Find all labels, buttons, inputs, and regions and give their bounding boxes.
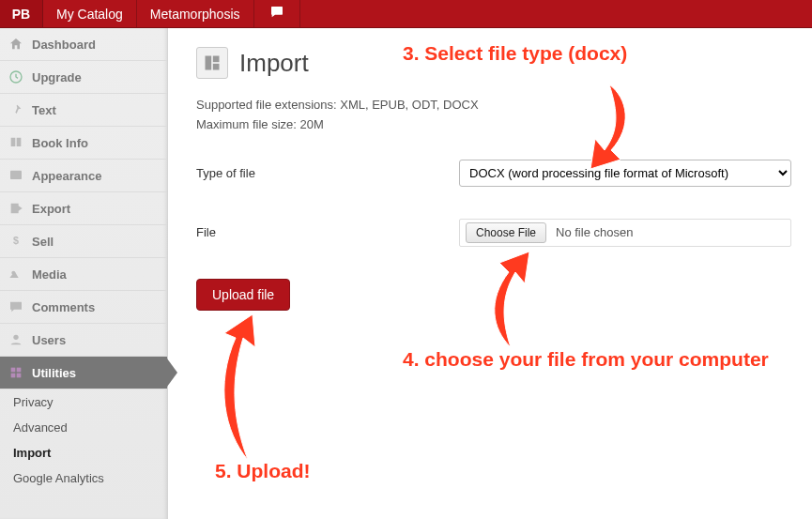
sidebar-label: Users — [32, 333, 66, 347]
sidebar-item-sell[interactable]: $ Sell — [0, 225, 167, 258]
sidebar-sub-google-analytics[interactable]: Google Analytics — [0, 466, 167, 491]
sidebar-label: Text — [32, 103, 56, 117]
book-icon — [8, 134, 24, 151]
sidebar-item-appearance[interactable]: Appearance — [0, 160, 167, 192]
sidebar: Dashboard Upgrade Text Book Info Appeara… — [0, 28, 168, 519]
sidebar-item-upgrade[interactable]: Upgrade — [0, 61, 167, 94]
upload-file-button[interactable]: Upload file — [196, 279, 290, 311]
user-icon — [8, 331, 24, 348]
annotation-5-arrow-icon — [210, 310, 276, 463]
sidebar-label: Export — [32, 202, 70, 216]
brand-logo[interactable]: PB — [0, 0, 43, 27]
type-row: Type of file DOCX (word processing file … — [196, 160, 791, 187]
annotation-4: 4. choose your file from your computer — [403, 347, 769, 371]
file-status-text: No file chosen — [556, 225, 633, 239]
import-page-icon — [196, 47, 228, 79]
topnav-comments[interactable] — [254, 0, 300, 27]
export-icon — [8, 200, 24, 217]
media-icon — [8, 266, 24, 282]
type-of-file-select[interactable]: DOCX (word processing file format of Mic… — [459, 160, 791, 187]
file-label: File — [196, 225, 459, 239]
sidebar-item-comments[interactable]: Comments — [0, 291, 167, 324]
svg-rect-7 — [11, 374, 16, 378]
sidebar-label: Dashboard — [32, 38, 96, 52]
sidebar-sub-import[interactable]: Import — [0, 440, 167, 466]
file-input-box: Choose File No file chosen — [459, 219, 791, 247]
home-icon — [8, 36, 24, 53]
comment-icon — [8, 298, 24, 315]
topnav-book-title[interactable]: Metamorphosis — [137, 0, 254, 27]
svg-rect-5 — [11, 368, 16, 373]
dollar-icon: $ — [8, 233, 24, 250]
sidebar-item-users[interactable]: Users — [0, 324, 167, 357]
svg-rect-9 — [206, 56, 212, 70]
supported-extensions: Supported file extensions: XML, EPUB, OD… — [196, 96, 791, 115]
import-meta: Supported file extensions: XML, EPUB, OD… — [196, 96, 791, 135]
sidebar-item-utilities[interactable]: Utilities — [0, 357, 167, 389]
sidebar-label: Utilities — [32, 366, 76, 380]
sidebar-label: Comments — [32, 300, 95, 314]
annotation-5: 5. Upload! — [215, 460, 311, 482]
speech-bubble-icon — [269, 5, 284, 23]
main-content: Import Supported file extensions: XML, E… — [168, 28, 812, 519]
svg-point-4 — [13, 335, 18, 340]
svg-text:$: $ — [13, 235, 19, 246]
svg-rect-11 — [213, 64, 220, 70]
max-file-size: Maximum file size: 20M — [196, 115, 791, 135]
sidebar-item-dashboard[interactable]: Dashboard — [0, 28, 167, 61]
sidebar-label: Upgrade — [32, 70, 82, 84]
annotation-4-arrow-icon — [483, 244, 539, 350]
sidebar-item-text[interactable]: Text — [0, 94, 167, 127]
svg-rect-6 — [17, 368, 22, 373]
sidebar-item-media[interactable]: Media — [0, 258, 167, 291]
utilities-icon — [8, 364, 24, 381]
pin-icon — [8, 101, 24, 118]
sidebar-sub-advanced[interactable]: Advanced — [0, 415, 167, 440]
page-header: Import — [196, 47, 791, 79]
upgrade-icon — [8, 69, 24, 85]
page-title: Import — [239, 49, 309, 78]
type-label: Type of file — [196, 166, 459, 180]
appearance-icon — [8, 167, 24, 184]
sidebar-label: Media — [32, 267, 67, 282]
topnav-my-catalog[interactable]: My Catalog — [43, 0, 137, 27]
sidebar-item-book-info[interactable]: Book Info — [0, 127, 167, 160]
svg-rect-1 — [10, 171, 22, 179]
svg-rect-10 — [213, 56, 220, 63]
svg-rect-8 — [17, 374, 22, 378]
sidebar-label: Appearance — [32, 169, 101, 183]
choose-file-button[interactable]: Choose File — [466, 222, 546, 243]
sidebar-sub-privacy[interactable]: Privacy — [0, 389, 167, 415]
sidebar-label: Sell — [32, 235, 54, 249]
sidebar-label: Book Info — [32, 136, 88, 150]
file-row: File Choose File No file chosen — [196, 219, 791, 247]
sidebar-item-export[interactable]: Export — [0, 192, 167, 225]
topbar: PB My Catalog Metamorphosis — [0, 0, 812, 28]
